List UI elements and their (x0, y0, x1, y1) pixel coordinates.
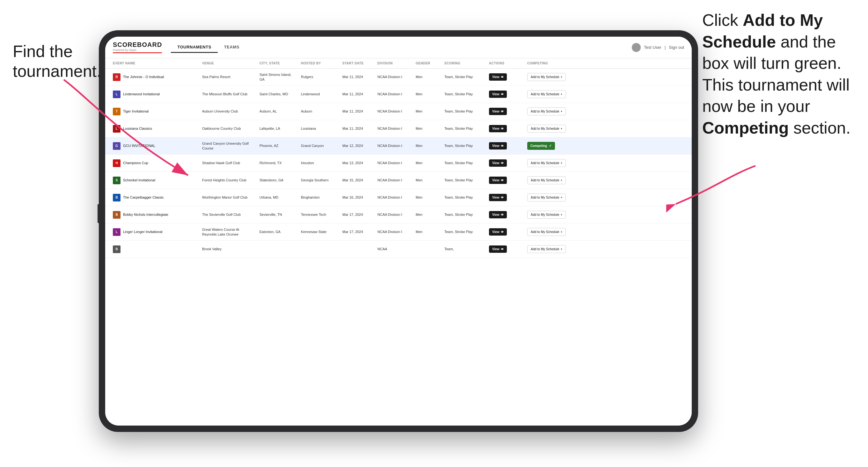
start-date-cell: Mar 11, 2024 (340, 124, 375, 133)
view-button[interactable]: View 👁 (489, 211, 507, 218)
city-state-cell: Eatonton, GA (257, 227, 298, 237)
venue-cell: Brook Valley (199, 244, 257, 254)
competing-cell: Add to My Schedule + (525, 191, 582, 204)
scoring-cell: Team, (442, 244, 487, 254)
actions-cell: View 👁 (487, 88, 525, 100)
gender-cell: Men (413, 106, 442, 116)
view-button[interactable]: View 👁 (489, 73, 507, 81)
user-avatar (632, 43, 641, 52)
division-cell: NCAA Division I (375, 158, 413, 168)
eye-icon: 👁 (501, 213, 504, 216)
competing-cell: Add to My Schedule + (525, 105, 582, 118)
hosted-by-cell (298, 247, 340, 252)
add-schedule-label: Add to My Schedule (531, 247, 559, 251)
app-header: SCOREBOARD Powered by clippd TOURNAMENTS… (105, 37, 692, 58)
app-logo: SCOREBOARD (113, 41, 162, 48)
plus-icon: + (561, 161, 563, 165)
add-to-schedule-button[interactable]: Add to My Schedule + (527, 211, 566, 219)
competing-button[interactable]: Competing ✓ (527, 142, 555, 150)
add-to-schedule-button[interactable]: Add to My Schedule + (527, 193, 566, 201)
gender-cell: Men (413, 175, 442, 185)
tab-tournaments[interactable]: TOURNAMENTS (171, 42, 217, 53)
col-actions: ACTIONS (487, 58, 525, 68)
add-to-schedule-button[interactable]: Add to My Schedule + (527, 73, 566, 81)
add-to-schedule-button[interactable]: Add to My Schedule + (527, 245, 566, 253)
tab-teams[interactable]: TEAMS (218, 42, 246, 53)
gender-cell: Men (413, 192, 442, 202)
col-city-state: CITY, STATE (257, 58, 298, 68)
scoring-cell: Team, Stroke Play (442, 89, 487, 99)
venue-cell: Great Waters Course At Reynolds Lake Oco… (199, 225, 257, 239)
add-schedule-label: Add to My Schedule (531, 127, 559, 130)
actions-cell: View 👁 (487, 243, 525, 255)
view-label: View (492, 230, 499, 234)
plus-icon: + (561, 92, 563, 96)
plus-icon: + (561, 230, 563, 234)
start-date-cell: Mar 11, 2024 (340, 72, 375, 82)
actions-cell: View 👁 (487, 122, 525, 135)
gender-cell: Men (413, 210, 442, 219)
event-name: Linger Longer Invitational (123, 229, 162, 234)
view-label: View (492, 75, 499, 79)
plus-icon: + (561, 110, 563, 113)
add-to-schedule-button[interactable]: Add to My Schedule + (527, 159, 566, 167)
city-state-cell: Sevierville, TN (257, 210, 298, 219)
right-arrow (666, 156, 762, 220)
scoring-cell: Team, Stroke Play (442, 141, 487, 151)
view-label: View (492, 179, 499, 182)
add-to-schedule-button[interactable]: Add to My Schedule + (527, 107, 566, 115)
hosted-by-cell: Rutgers (298, 72, 340, 82)
view-button[interactable]: View 👁 (489, 194, 507, 201)
competing-label: Competing (530, 144, 547, 148)
logo-subtitle: Powered by clippd (113, 49, 162, 52)
division-cell: NCAA Division I (375, 89, 413, 99)
actions-cell: View 👁 (487, 191, 525, 204)
add-to-schedule-button[interactable]: Add to My Schedule + (527, 90, 566, 98)
col-gender: GENDER (413, 58, 442, 68)
start-date-cell (340, 247, 375, 252)
col-division: DIVISION (375, 58, 413, 68)
gender-cell: Men (413, 124, 442, 133)
eye-icon: 👁 (501, 230, 504, 234)
start-date-cell: Mar 12, 2024 (340, 141, 375, 151)
view-button[interactable]: View 👁 (489, 125, 507, 132)
eye-icon: 👁 (501, 162, 504, 165)
hosted-by-cell: Houston (298, 158, 340, 168)
annotation-right: Click Add to My Schedule and the box wil… (702, 9, 855, 139)
gender-cell: Men (413, 158, 442, 168)
scoring-cell: Team, Stroke Play (442, 72, 487, 82)
competing-cell: Add to My Schedule + (525, 174, 582, 187)
gender-cell: Men (413, 227, 442, 237)
logo-area: SCOREBOARD Powered by clippd (113, 41, 162, 53)
division-cell: NCAA Division I (375, 106, 413, 116)
team-logo: B (113, 211, 121, 219)
city-state-cell: Urbana, MD (257, 192, 298, 202)
view-label: View (492, 247, 499, 251)
view-button[interactable]: View 👁 (489, 108, 507, 115)
view-button[interactable]: View 👁 (489, 159, 507, 167)
view-label: View (492, 213, 499, 216)
add-to-schedule-button[interactable]: Add to My Schedule + (527, 228, 566, 236)
left-arrow (54, 70, 214, 198)
view-button[interactable]: View 👁 (489, 177, 507, 184)
view-button[interactable]: View 👁 (489, 245, 507, 253)
add-to-schedule-button[interactable]: Add to My Schedule + (527, 125, 566, 133)
view-label: View (492, 161, 499, 165)
city-state-cell: Richmond, TX (257, 158, 298, 168)
start-date-cell: Mar 16, 2024 (340, 192, 375, 202)
eye-icon: 👁 (501, 93, 504, 96)
actions-cell: View 👁 (487, 139, 525, 152)
add-to-schedule-button[interactable]: Add to My Schedule + (527, 176, 566, 184)
view-button[interactable]: View 👁 (489, 228, 507, 236)
hosted-by-cell: Binghamton (298, 192, 340, 202)
eye-icon: 👁 (501, 248, 504, 251)
view-button[interactable]: View 👁 (489, 142, 507, 150)
actions-cell: View 👁 (487, 105, 525, 118)
col-hosted-by: HOSTED BY (298, 58, 340, 68)
division-cell: NCAA Division I (375, 210, 413, 219)
add-schedule-label: Add to My Schedule (531, 92, 559, 96)
view-button[interactable]: View 👁 (489, 91, 507, 98)
table-row: L Linger Longer Invitational Great Water… (105, 223, 692, 241)
city-state-cell: Statesboro, GA (257, 175, 298, 185)
sign-out-link[interactable]: Sign out (669, 45, 684, 50)
